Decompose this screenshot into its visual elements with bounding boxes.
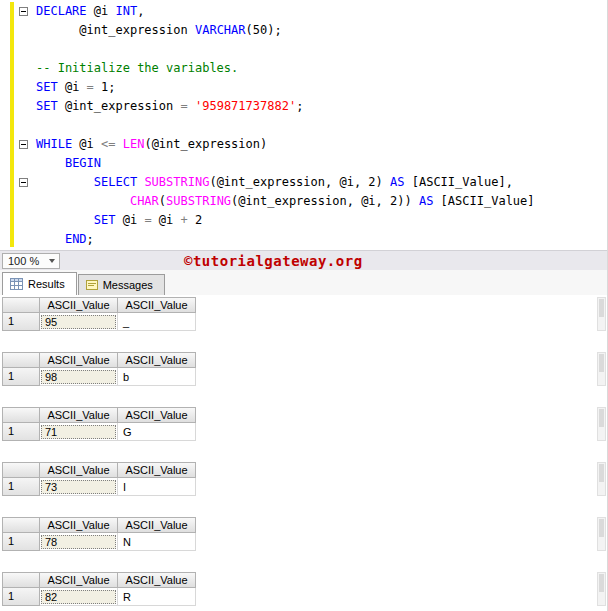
code-text: SET @int_expression = '959871737882'; [30,97,303,116]
grid-data-row: 195_ [2,313,606,331]
results-grid-icon [10,278,23,290]
code-token: LEN [123,137,145,151]
grid-vscrollbar[interactable] [597,297,606,331]
code-token: SET [94,213,116,227]
grid-vscrollbar[interactable] [597,407,606,441]
zoom-dropdown[interactable]: 100 % [2,253,60,269]
grid-header-row: ASCII_ValueASCII_Value [2,407,606,423]
code-token: SUBSTRING [166,194,231,208]
row-header[interactable]: 1 [2,588,40,606]
code-token: (@int_expression, @i, 2)) [231,194,419,208]
fold-collapse-icon[interactable] [17,7,30,16]
grid-vscrollbar[interactable] [597,462,606,496]
column-header[interactable]: ASCII_Value [118,572,196,588]
code-line: SET @int_expression = '959871737882'; [0,97,607,116]
code-token [36,156,65,170]
code-text: -- Initialize the variables. [30,59,238,78]
minus-box-icon [19,178,28,187]
grid-cell-value[interactable]: 82 [40,588,118,606]
grid-data-row: 173I [2,478,606,496]
code-token: + [181,213,188,227]
messages-icon [86,279,98,291]
sql-editor[interactable]: DECLARE @i INT, @int_expression VARCHAR(… [0,0,607,250]
scrollbar-thumb[interactable] [599,299,604,317]
grid-corner-cell[interactable] [2,462,40,478]
grid-corner-cell[interactable] [2,297,40,313]
scrollbar-thumb[interactable] [599,354,604,372]
grid-vscrollbar[interactable] [597,352,606,386]
code-token: END [65,232,87,246]
grid-cell-value[interactable]: 71 [40,423,118,441]
chevron-down-icon [49,259,55,263]
cell-focus-box: 82 [41,590,116,604]
code-token: VARCHAR [195,23,246,37]
grid-header-row: ASCII_ValueASCII_Value [2,297,606,313]
row-header[interactable]: 1 [2,368,40,386]
tab-messages[interactable]: Messages [78,274,165,295]
row-header[interactable]: 1 [2,478,40,496]
grid-header-row: ASCII_ValueASCII_Value [2,352,606,368]
code-line: WHILE @i <= LEN(@int_expression) [0,135,607,154]
column-header[interactable]: ASCII_Value [40,462,118,478]
grid-cell-value[interactable]: 73 [40,478,118,496]
row-header[interactable]: 1 [2,533,40,551]
code-text: WHILE @i <= LEN(@int_expression) [30,135,267,154]
fold-collapse-icon[interactable] [17,140,30,149]
grid-vscrollbar[interactable] [597,517,606,551]
grid-vscrollbar[interactable] [597,572,606,606]
column-header[interactable]: ASCII_Value [118,462,196,478]
column-header[interactable]: ASCII_Value [40,407,118,423]
code-text: DECLARE @i INT, [30,2,144,21]
result-grid: ASCII_ValueASCII_Value182R [2,572,606,606]
results-pane: ASCII_ValueASCII_Value195_ASCII_ValueASC… [0,295,607,611]
scrollbar-thumb[interactable] [599,574,604,592]
code-token: SUBSTRING [144,175,209,189]
minus-box-icon [19,140,28,149]
code-line: SET @i = @i + 2 [0,211,607,230]
grid-corner-cell[interactable] [2,517,40,533]
column-header[interactable]: ASCII_Value [40,352,118,368]
code-token [36,213,94,227]
code-token: BEGIN [65,156,101,170]
cell-focus-box: 71 [41,425,116,439]
ssms-query-window: DECLARE @i INT, @int_expression VARCHAR(… [0,0,608,611]
grid-cell-value[interactable]: 95 [40,313,118,331]
scrollbar-thumb[interactable] [599,409,604,427]
grid-header-row: ASCII_ValueASCII_Value [2,572,606,588]
grid-corner-cell[interactable] [2,352,40,368]
column-header[interactable]: ASCII_Value [40,517,118,533]
scrollbar-thumb[interactable] [599,519,604,537]
code-text: SELECT SUBSTRING(@int_expression, @i, 2)… [30,173,513,192]
grid-cell-char[interactable]: b [118,368,196,386]
code-line: SET @i = 1; [0,78,607,97]
column-header[interactable]: ASCII_Value [118,407,196,423]
grid-cell-value[interactable]: 98 [40,368,118,386]
code-token: 2 [188,213,202,227]
row-header[interactable]: 1 [2,423,40,441]
grid-cell-char[interactable]: I [118,478,196,496]
scrollbar-thumb[interactable] [599,464,604,482]
fold-collapse-icon[interactable] [17,178,30,187]
code-token: (50); [246,23,282,37]
cell-focus-box: 73 [41,480,116,494]
grid-cell-char[interactable]: _ [118,313,196,331]
grid-corner-cell[interactable] [2,407,40,423]
grid-corner-cell[interactable] [2,572,40,588]
tab-results[interactable]: Results [2,272,77,295]
column-header[interactable]: ASCII_Value [118,297,196,313]
code-token: = [87,80,94,94]
column-header[interactable]: ASCII_Value [40,297,118,313]
grid-data-row: 178N [2,533,606,551]
grid-cell-char[interactable]: R [118,588,196,606]
row-header[interactable]: 1 [2,313,40,331]
column-header[interactable]: ASCII_Value [118,352,196,368]
grid-cell-char[interactable]: G [118,423,196,441]
column-header[interactable]: ASCII_Value [118,517,196,533]
code-line: END; [0,230,607,249]
grid-cell-value[interactable]: 78 [40,533,118,551]
code-token: DECLARE [36,4,87,18]
code-token: @i [72,137,101,151]
code-token [36,175,94,189]
column-header[interactable]: ASCII_Value [40,572,118,588]
grid-cell-char[interactable]: N [118,533,196,551]
